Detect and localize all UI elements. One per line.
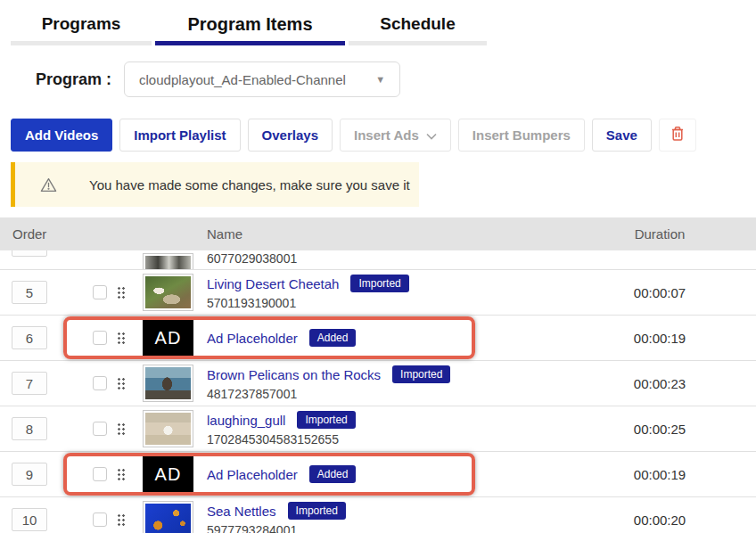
order-number-box[interactable]	[12, 250, 47, 257]
row-checkbox[interactable]	[93, 331, 107, 345]
duration-cell: 00:00:19	[606, 331, 713, 346]
drag-handle-icon[interactable]	[117, 468, 125, 480]
insert-ads-button: Insert Ads	[340, 119, 451, 152]
video-id: 5977793284001	[207, 523, 346, 533]
video-thumbnail	[143, 501, 193, 533]
video-id: 1702845304583152655	[207, 432, 356, 447]
row-checkbox[interactable]	[93, 376, 107, 390]
status-badge: Imported	[350, 275, 408, 292]
video-thumbnail	[143, 253, 193, 270]
duration-cell: 00:00:25	[606, 422, 713, 437]
import-playlist-button[interactable]: Import Playlist	[119, 119, 240, 152]
program-label: Program :	[36, 70, 111, 89]
order-number-box[interactable]: 8	[12, 417, 47, 440]
table-row: 7 Brown Pelicans on the Rocks Imported 4…	[0, 361, 756, 406]
column-header-order: Order	[12, 217, 46, 250]
duration-cell: 00:00:20	[606, 512, 713, 528]
table-row: 6 AD Ad Placeholder Added 00:00:19	[0, 316, 756, 361]
order-number-box[interactable]: 5	[12, 281, 47, 304]
video-thumbnail	[143, 274, 193, 311]
chevron-down-icon	[426, 127, 437, 143]
table-row: 5 Living Desert Cheetah Imported 5701193…	[0, 270, 756, 316]
warning-text: You have made some changes, make sure yo…	[89, 177, 410, 193]
tab-schedule[interactable]: Schedule	[349, 14, 487, 45]
insert-bumpers-button: Insert Bumpers	[458, 119, 585, 152]
status-badge: Imported	[288, 502, 346, 520]
dropdown-arrow-icon: ▼	[375, 74, 385, 85]
video-name-link[interactable]: laughing_gull	[207, 413, 285, 428]
table-row-partial: 6077029038001	[0, 250, 756, 270]
add-videos-button[interactable]: Add Videos	[11, 119, 112, 152]
status-badge: Added	[309, 465, 357, 483]
order-number-box[interactable]: 6	[12, 326, 47, 349]
row-checkbox[interactable]	[93, 512, 107, 527]
column-header-name: Name	[207, 217, 242, 250]
column-header-duration: Duration	[606, 217, 713, 250]
trash-icon	[670, 126, 685, 144]
drag-handle-icon[interactable]	[117, 332, 125, 344]
delete-button[interactable]	[659, 119, 696, 152]
table-row: 8 laughing_gull Imported 170284530458315…	[0, 406, 756, 452]
row-checkbox[interactable]	[93, 422, 107, 436]
video-thumbnail	[143, 410, 193, 447]
video-name-link[interactable]: Living Desert Cheetah	[207, 276, 339, 291]
drag-handle-icon[interactable]	[117, 377, 125, 390]
tab-programs[interactable]: Programs	[11, 14, 152, 45]
program-dropdown-value: cloudplayout_Ad-Enabled-Channel	[139, 72, 346, 87]
program-items-table: Order Name Duration 6077029038001 5 Livi…	[0, 217, 756, 533]
table-header: Order Name Duration	[0, 217, 756, 250]
video-id: 5701193190001	[207, 296, 409, 310]
drag-handle-icon[interactable]	[117, 422, 125, 435]
save-button[interactable]: Save	[592, 119, 652, 152]
row-checkbox[interactable]	[93, 467, 107, 481]
video-name-link[interactable]: Ad Placeholder	[207, 331, 298, 346]
duration-cell: 00:00:19	[606, 467, 713, 482]
video-name-link[interactable]: Brown Pelicans on the Rocks	[207, 367, 381, 382]
order-number-box[interactable]: 7	[12, 372, 47, 395]
warning-triangle-icon	[40, 177, 57, 193]
status-badge: Imported	[392, 365, 450, 383]
video-name-link[interactable]: Sea Nettles	[207, 504, 276, 519]
drag-handle-icon[interactable]	[117, 513, 125, 526]
program-dropdown[interactable]: cloudplayout_Ad-Enabled-Channel ▼	[124, 62, 400, 97]
ad-thumbnail: AD	[143, 319, 193, 357]
program-selector-row: Program : cloudplayout_Ad-Enabled-Channe…	[36, 62, 756, 97]
tab-bar: Programs Program Items Schedule	[0, 0, 756, 45]
tab-program-items[interactable]: Program Items	[155, 14, 345, 45]
video-id: 6077029038001	[207, 251, 297, 266]
order-number-box[interactable]: 10	[12, 508, 47, 531]
duration-cell: 00:00:07	[606, 285, 713, 300]
overlays-button[interactable]: Overlays	[248, 119, 333, 152]
status-badge: Added	[309, 329, 357, 347]
video-id: 4817237857001	[207, 387, 450, 401]
status-badge: Imported	[297, 411, 355, 429]
video-name-link[interactable]: Ad Placeholder	[207, 467, 298, 482]
duration-cell: 00:00:23	[606, 376, 713, 391]
unsaved-changes-banner: You have made some changes, make sure yo…	[11, 162, 419, 207]
drag-handle-icon[interactable]	[117, 286, 125, 299]
row-checkbox[interactable]	[93, 285, 107, 299]
table-row: 9 AD Ad Placeholder Added 00:00:19	[0, 452, 756, 497]
video-thumbnail	[143, 365, 193, 402]
ad-thumbnail: AD	[143, 455, 193, 493]
table-row: 10 Sea Nettles Imported 5977793284001 00…	[0, 497, 756, 533]
toolbar: Add Videos Import Playlist Overlays Inse…	[11, 119, 756, 152]
order-number-box[interactable]: 9	[12, 463, 47, 486]
